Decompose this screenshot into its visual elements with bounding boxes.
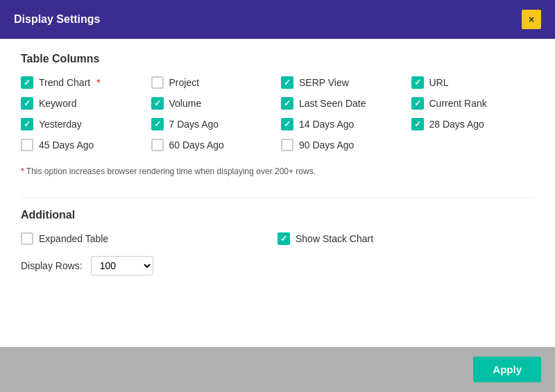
checkbox-label-current_rank: Current Rank xyxy=(429,98,487,109)
checkbox-28_days_ago[interactable] xyxy=(411,118,424,130)
apply-button[interactable]: Apply xyxy=(473,357,541,382)
note-asterisk: * xyxy=(21,167,24,176)
checkbox-last_seen_date[interactable] xyxy=(281,97,293,110)
checkbox-keyword[interactable] xyxy=(21,97,33,110)
checkbox-url[interactable] xyxy=(411,76,424,89)
checkbox-item-28_days_ago[interactable]: 28 Days Ago xyxy=(411,118,535,130)
note-text: This option increases browser rendering … xyxy=(26,167,316,176)
table-columns-note: * This option increases browser renderin… xyxy=(21,162,534,180)
checkbox-volume[interactable] xyxy=(151,97,164,110)
checkbox-14_days_ago[interactable] xyxy=(281,118,293,130)
checkbox-label-serp_view: SERP View xyxy=(299,77,349,88)
checkbox-item-7_days_ago[interactable]: 7 Days Ago xyxy=(151,118,275,130)
table-columns-title: Table Columns xyxy=(21,53,534,65)
checkbox-label-yesterday: Yesterday xyxy=(39,119,82,130)
checkbox-item-last_seen_date[interactable]: Last Seen Date xyxy=(281,97,404,110)
required-asterisk: * xyxy=(96,77,100,88)
checkbox-item-90_days_ago[interactable]: 90 Days Ago xyxy=(281,139,404,151)
display-rows-label: Display Rows: xyxy=(21,260,83,271)
checkbox-yesterday[interactable] xyxy=(21,118,33,130)
checkbox-label-28_days_ago: 28 Days Ago xyxy=(429,119,484,130)
modal-body: Table Columns Trend Chart*ProjectSERP Vi… xyxy=(0,39,555,347)
checkbox-label-7_days_ago: 7 Days Ago xyxy=(169,119,219,130)
modal-footer: Apply xyxy=(0,347,555,392)
checkbox-label-url: URL xyxy=(429,77,449,88)
checkbox-label-project: Project xyxy=(169,77,200,88)
checkbox-label-60_days_ago: 60 Days Ago xyxy=(169,139,224,151)
additional-title: Additional xyxy=(21,209,534,221)
checkbox-label-keyword: Keyword xyxy=(39,98,76,109)
checkbox-label-45_days_ago: 45 Days Ago xyxy=(39,139,94,151)
modal-container: Display Settings × Table Columns Trend C… xyxy=(0,0,555,392)
checkbox-grid: Trend Chart*ProjectSERP ViewURLKeywordVo… xyxy=(21,76,534,151)
section-divider xyxy=(21,197,534,198)
checkbox-item-60_days_ago[interactable]: 60 Days Ago xyxy=(151,139,275,151)
checkbox-60_days_ago[interactable] xyxy=(151,139,164,151)
checkbox-serp_view[interactable] xyxy=(281,76,293,89)
checkbox-7_days_ago[interactable] xyxy=(151,118,164,130)
additional-checkbox-expanded_table[interactable] xyxy=(21,232,33,245)
checkbox-item-project[interactable]: Project xyxy=(151,76,275,89)
checkbox-label-trend_chart: Trend Chart* xyxy=(39,77,101,88)
checkbox-label-14_days_ago: 14 Days Ago xyxy=(299,119,354,130)
checkbox-project[interactable] xyxy=(151,76,164,89)
checkbox-trend_chart[interactable] xyxy=(21,76,33,89)
checkbox-45_days_ago[interactable] xyxy=(21,139,33,151)
additional-checkbox-item-show_stack_chart[interactable]: Show Stack Chart xyxy=(278,232,534,245)
table-columns-section: Table Columns Trend Chart*ProjectSERP Vi… xyxy=(21,53,534,180)
checkbox-90_days_ago[interactable] xyxy=(281,139,293,151)
modal-title: Display Settings xyxy=(14,13,100,26)
checkbox-item-keyword[interactable]: Keyword xyxy=(21,97,144,110)
additional-checkbox-item-expanded_table[interactable]: Expanded Table xyxy=(21,232,278,245)
checkbox-label-volume: Volume xyxy=(169,98,202,109)
checkbox-current_rank[interactable] xyxy=(411,97,424,110)
checkbox-item-45_days_ago[interactable]: 45 Days Ago xyxy=(21,139,144,151)
checkbox-label-90_days_ago: 90 Days Ago xyxy=(299,139,354,151)
additional-checkbox-show_stack_chart[interactable] xyxy=(278,232,290,245)
additional-section: Additional Expanded TableShow Stack Char… xyxy=(21,209,534,275)
checkbox-item-volume[interactable]: Volume xyxy=(151,97,275,110)
modal-header: Display Settings × xyxy=(0,0,555,39)
display-rows-container: Display Rows: 2550100200500 xyxy=(21,256,534,275)
display-rows-select[interactable]: 2550100200500 xyxy=(91,256,153,275)
checkbox-item-yesterday[interactable]: Yesterday xyxy=(21,118,144,130)
checkbox-item-14_days_ago[interactable]: 14 Days Ago xyxy=(281,118,404,130)
close-button[interactable]: × xyxy=(522,10,541,29)
additional-label-show_stack_chart: Show Stack Chart xyxy=(296,233,373,244)
additional-grid: Expanded TableShow Stack Chart xyxy=(21,232,534,245)
checkbox-item-url[interactable]: URL xyxy=(411,76,535,89)
checkbox-item-current_rank[interactable]: Current Rank xyxy=(411,97,535,110)
checkbox-item-serp_view[interactable]: SERP View xyxy=(281,76,404,89)
additional-label-expanded_table: Expanded Table xyxy=(39,233,108,244)
checkbox-label-last_seen_date: Last Seen Date xyxy=(299,98,366,109)
checkbox-item-trend_chart[interactable]: Trend Chart* xyxy=(21,76,144,89)
